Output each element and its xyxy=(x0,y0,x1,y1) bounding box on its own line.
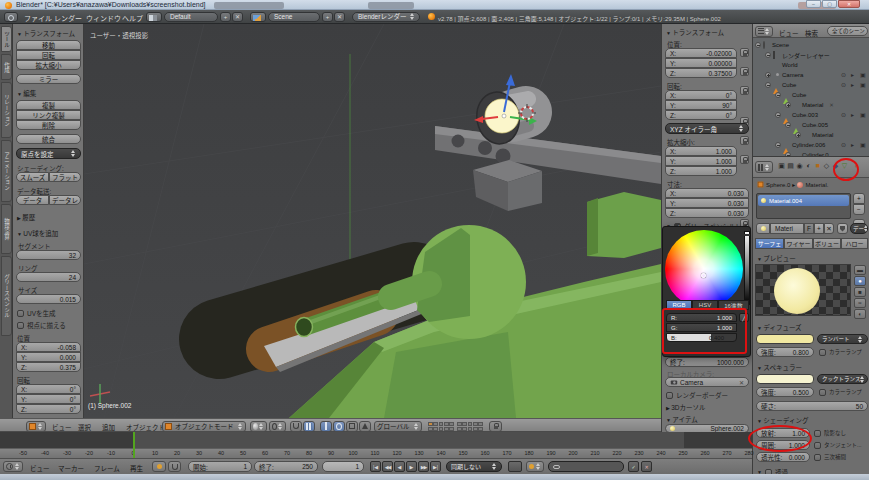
add-scene-button[interactable]: + xyxy=(322,12,333,22)
outliner-row-cube003[interactable]: Cube.003 xyxy=(775,110,818,120)
material-slot-selected[interactable]: Material.004 xyxy=(758,195,849,206)
auto-keyframe-record-button[interactable] xyxy=(508,461,522,472)
screen-layout-icon[interactable] xyxy=(146,12,162,22)
browse-material-button[interactable] xyxy=(756,223,770,234)
manipulator-rotate-button[interactable] xyxy=(333,421,345,432)
smooth-button[interactable]: スムーズ xyxy=(16,172,49,182)
outliner-row-cube[interactable]: Cube xyxy=(765,80,796,90)
viewport-3d[interactable]: ユーザー・透視投影 (1) Sphere.002 xyxy=(84,24,661,418)
editor-type-outliner-icon[interactable] xyxy=(755,26,773,37)
scale-y-field[interactable]: Y:1.000 xyxy=(665,156,737,166)
renderability-icon[interactable]: ▣ xyxy=(860,141,866,148)
outliner-row-camera[interactable]: Camera xyxy=(765,70,803,80)
editor-type-info-icon[interactable] xyxy=(4,12,18,22)
tab-material-icon[interactable]: ● xyxy=(852,161,861,170)
end-frame-field[interactable]: 終了:250 xyxy=(254,461,318,472)
rotation-mode-dropdown[interactable]: XYZ オイラー角 xyxy=(665,123,749,134)
insert-keyframe-button[interactable]: ✓ xyxy=(628,461,639,472)
active-keying-set-field[interactable] xyxy=(548,461,624,472)
screen-layout-select[interactable]: Default xyxy=(164,12,218,22)
panel-3d-cursor-header[interactable]: 3Dカーソル xyxy=(666,402,706,412)
maximize-button[interactable]: ▢ xyxy=(822,0,837,8)
ambient-field[interactable]: 周囲:1.000 xyxy=(756,440,810,450)
shadeless-checkbox[interactable]: 陰影なし xyxy=(814,429,846,437)
expander-icon[interactable] xyxy=(775,92,781,98)
data-button[interactable]: データ xyxy=(16,195,49,205)
layers-grid-1[interactable] xyxy=(428,422,454,431)
panel-specular-header[interactable]: スペキュラー xyxy=(757,362,802,372)
add-slot-button[interactable]: + xyxy=(853,193,865,204)
outliner-row-cylinder0[interactable]: Cylinder.0 xyxy=(785,150,829,157)
red-slider[interactable]: R:1.000 xyxy=(666,313,737,322)
tank-model[interactable] xyxy=(219,89,661,418)
viewport-menu-object[interactable]: オブジェクト xyxy=(126,422,165,432)
lock-icon[interactable] xyxy=(740,136,749,145)
unlink-material-button[interactable]: ✕ xyxy=(824,223,834,234)
tangent-shading-checkbox[interactable]: タンジェント... xyxy=(814,441,862,449)
snap-frames-button[interactable] xyxy=(168,461,181,472)
selectability-icon[interactable]: ▸ xyxy=(851,81,854,88)
visibility-eye-icon[interactable]: ⊙ xyxy=(841,141,846,148)
move-button[interactable]: 移動 xyxy=(16,40,81,50)
outliner-row-renderlayer[interactable]: レンダーレイヤー xyxy=(765,50,830,60)
tab-volume[interactable]: ボリュー xyxy=(813,238,841,249)
join-button[interactable]: 統合 xyxy=(16,134,81,144)
viewport-menu-select[interactable]: 選択 xyxy=(78,422,91,432)
rot-x-field[interactable]: X:0° xyxy=(665,90,737,100)
data-layout-button[interactable]: データレ xyxy=(49,195,81,205)
manipulator-z-arrow[interactable] xyxy=(506,74,515,86)
layers-grid-2[interactable] xyxy=(457,422,483,431)
shading-dropdown[interactable] xyxy=(250,421,267,432)
renderability-icon[interactable]: ▣ xyxy=(860,111,866,118)
panel-edit-header[interactable]: 編集 xyxy=(17,88,36,98)
dim-y-field[interactable]: Y:0.030 xyxy=(665,198,749,208)
tab-world-icon[interactable]: ◐ xyxy=(804,161,813,170)
tab-grease-pencil[interactable]: グリースペンシル xyxy=(1,256,12,336)
color-wheel[interactable] xyxy=(665,230,743,308)
expander-icon[interactable] xyxy=(785,102,791,108)
current-frame-indicator[interactable] xyxy=(133,432,135,458)
lock-icon[interactable] xyxy=(740,48,749,57)
value-slider[interactable] xyxy=(744,231,750,305)
tab-data-icon[interactable]: ▽ xyxy=(840,161,849,170)
outliner-row-cube-data[interactable]: Cube xyxy=(775,90,806,100)
diffuse-shader-dropdown[interactable]: ランバート xyxy=(817,334,868,344)
loc-x-field[interactable]: X:-0.058 xyxy=(16,342,81,352)
loc-x-field[interactable]: X:-0.02000 xyxy=(665,48,737,58)
outliner-row-material2[interactable]: Material xyxy=(795,130,833,140)
start-frame-field[interactable]: 開始:1 xyxy=(188,461,252,472)
scale-x-field[interactable]: X:1.000 xyxy=(665,146,737,156)
expander-icon[interactable] xyxy=(765,72,771,78)
tab-halo[interactable]: ハロー xyxy=(841,238,868,249)
tab-tools[interactable]: ツール xyxy=(1,26,12,52)
link-duplicate-button[interactable]: リンク複製 xyxy=(16,110,81,120)
dim-z-field[interactable]: Z:0.030 xyxy=(665,208,749,218)
duplicate-button[interactable]: 複製 xyxy=(16,100,81,110)
menu-render[interactable]: レンダー xyxy=(54,13,82,23)
rot-z-field[interactable]: Z:0° xyxy=(665,110,737,120)
clip-end-field[interactable]: 終了:1000.000 xyxy=(665,357,749,367)
hardness-field[interactable]: 硬さ:50 xyxy=(756,401,868,411)
rotate-button[interactable]: 回転 xyxy=(16,50,81,60)
snap-element-button[interactable] xyxy=(303,421,315,432)
preview-hair-button[interactable]: ≈ xyxy=(854,298,866,308)
pivot-dropdown[interactable] xyxy=(269,421,286,432)
tab-object-icon[interactable]: ■ xyxy=(813,161,822,170)
panel-transform-header[interactable]: トランスフォーム xyxy=(666,27,724,37)
outliner-menu-view[interactable]: ビュー xyxy=(779,28,799,38)
outliner-filter-dropdown[interactable]: 全てのシーン xyxy=(827,26,868,36)
material-name-field[interactable]: Materi xyxy=(770,223,804,234)
dim-x-field[interactable]: X:0.030 xyxy=(665,188,749,198)
panel-shading-header[interactable]: シェーディング xyxy=(757,415,808,425)
diffuse-ramp-checkbox[interactable]: カラーランプ xyxy=(819,348,862,356)
emit-field[interactable]: 放射:1.00 xyxy=(756,428,810,438)
jump-to-start-button[interactable] xyxy=(370,461,381,472)
renderability-icon[interactable]: ▣ xyxy=(860,81,866,88)
play-reverse-button[interactable] xyxy=(394,461,405,472)
viewport-menu-view[interactable]: ビュー xyxy=(52,422,72,432)
expander-icon[interactable] xyxy=(785,122,791,128)
tab-animation[interactable]: アニメーション xyxy=(1,140,12,202)
loc-z-field[interactable]: Z:0.37500 xyxy=(665,68,737,78)
menu-window[interactable]: ウィンドウ xyxy=(86,13,121,23)
set-origin-dropdown[interactable]: 原点を設定 xyxy=(16,148,81,159)
